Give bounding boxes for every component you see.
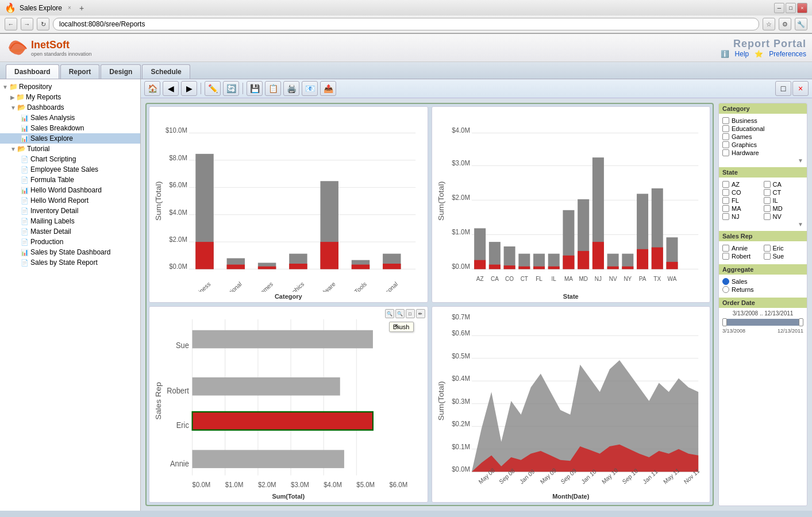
- title-close[interactable]: ×: [68, 5, 71, 11]
- cb-nv[interactable]: [764, 213, 771, 220]
- sidebar-item-tutorial[interactable]: ▼ 📂 Tutorial: [0, 144, 140, 154]
- cb-co[interactable]: [722, 189, 729, 196]
- zoom-out-icon[interactable]: 🔍: [395, 309, 405, 318]
- cb-md[interactable]: [764, 205, 771, 212]
- state-scroll-indicator[interactable]: ▼: [722, 221, 803, 227]
- copy-button[interactable]: 📋: [265, 81, 281, 96]
- tab-report[interactable]: Report: [60, 64, 100, 79]
- svg-text:PA: PA: [638, 275, 646, 283]
- preferences-link[interactable]: Preferences: [769, 50, 806, 58]
- cb-ct[interactable]: [764, 189, 771, 196]
- back-toolbar-button[interactable]: ◀: [163, 81, 179, 96]
- label-graphics: Graphics: [732, 141, 757, 148]
- date-range-handle-start[interactable]: [722, 318, 727, 326]
- sidebar-item-repository[interactable]: ▼ 📁 Repository: [0, 82, 140, 92]
- cb-hardware[interactable]: [722, 149, 729, 156]
- cb-az[interactable]: [722, 181, 729, 188]
- sidebar-item-hello-world-report[interactable]: 📄 Hello World Report: [0, 195, 140, 206]
- cb-educational[interactable]: [722, 125, 729, 132]
- sidebar-item-hello-world-dashboard[interactable]: 📊 Hello World Dashboard: [0, 185, 140, 195]
- filter-panel: Category Business Educational Games Grap…: [718, 103, 807, 506]
- svg-text:Hardware: Hardware: [313, 280, 337, 292]
- svg-text:FL: FL: [536, 275, 542, 283]
- tab-design[interactable]: Design: [101, 64, 141, 79]
- sidebar-label-sales-by-state-report: Sales by State Report: [30, 258, 98, 267]
- sidebar-item-my-reports[interactable]: ▶ 📁 My Reports: [0, 92, 140, 102]
- forward-toolbar-button[interactable]: ▶: [181, 81, 197, 96]
- home-button[interactable]: 🏠: [144, 81, 160, 96]
- svg-text:$2.0M: $2.0M: [169, 236, 187, 244]
- sidebar-item-inventory-detail[interactable]: 📄 Inventory Detail: [0, 206, 140, 216]
- sidebar-item-sales-analysis[interactable]: 📊 Sales Analysis: [0, 113, 140, 123]
- reload-button[interactable]: ↻: [37, 18, 49, 30]
- cb-ca[interactable]: [764, 181, 771, 188]
- cb-sue[interactable]: [764, 253, 771, 260]
- cb-annie[interactable]: [722, 245, 729, 252]
- salesrep-chart[interactable]: Sales Rep Sue Robert Eric Annie $0.0M $1…: [153, 310, 424, 492]
- maximize-button[interactable]: □: [786, 3, 796, 13]
- sidebar-item-employee-state-sales[interactable]: 📄 Employee State Sales: [0, 164, 140, 175]
- select-icon[interactable]: □: [406, 309, 415, 318]
- brush-icon[interactable]: ✏: [416, 309, 425, 318]
- address-bar[interactable]: [53, 18, 759, 30]
- rb-sales[interactable]: [722, 278, 729, 285]
- cb-business[interactable]: [722, 117, 729, 124]
- cb-nj[interactable]: [722, 213, 729, 220]
- email-button[interactable]: 📧: [302, 81, 318, 96]
- tutorial-folder-icon: 📂: [17, 145, 26, 153]
- date-range-handle-end[interactable]: [799, 318, 803, 326]
- minimize-button[interactable]: ─: [774, 3, 784, 13]
- svg-rect-48: [488, 265, 500, 269]
- cb-il[interactable]: [764, 197, 771, 204]
- export-button[interactable]: 📤: [320, 81, 336, 96]
- cb-fl[interactable]: [722, 197, 729, 204]
- save-button[interactable]: 💾: [247, 81, 263, 96]
- help-link[interactable]: Help: [735, 50, 749, 58]
- print-button[interactable]: 🖨️: [283, 81, 299, 96]
- date-range-bar[interactable]: [722, 319, 803, 326]
- maximize-panel-button[interactable]: □: [775, 81, 791, 96]
- state-chart[interactable]: Sum(Total) $0.0M $1.0M $2.0M $3.0M $4.0M: [436, 110, 707, 292]
- menu-button[interactable]: ⚙: [779, 18, 791, 30]
- month-chart[interactable]: Sum(Total) $0.0M $0.1M $0.2M $0.3M $0.4M…: [436, 310, 707, 492]
- cb-eric[interactable]: [764, 245, 771, 252]
- close-button[interactable]: ×: [797, 3, 807, 13]
- cb-ma[interactable]: [722, 205, 729, 212]
- sidebar-item-sales-breakdown[interactable]: 📊 Sales Breakdown: [0, 123, 140, 133]
- sidebar-item-mailing-labels[interactable]: 📄 Mailing Labels: [0, 216, 140, 226]
- new-tab-btn[interactable]: +: [79, 3, 84, 13]
- zoom-in-icon[interactable]: 🔍: [385, 309, 394, 318]
- bookmark-button[interactable]: ☆: [763, 18, 775, 30]
- sidebar-item-sales-by-state-dashboard[interactable]: 📊 Sales by State Dashboard: [0, 247, 140, 257]
- svg-rect-66: [622, 267, 633, 269]
- sidebar-item-dashboards[interactable]: ▼ 📂 Dashboards: [0, 102, 140, 113]
- tab-dashboard[interactable]: Dashboard: [6, 64, 59, 79]
- sidebar-item-chart-scripting[interactable]: 📄 Chart Scripting: [0, 154, 140, 164]
- cb-robert[interactable]: [722, 253, 729, 260]
- edit-button[interactable]: ✏️: [205, 81, 221, 96]
- sidebar-item-production[interactable]: 📄 Production: [0, 237, 140, 247]
- sidebar: ▼ 📁 Repository ▶ 📁 My Reports ▼ 📂 Dashbo…: [0, 79, 141, 511]
- forward-button[interactable]: →: [21, 18, 33, 30]
- sidebar-item-sales-explore[interactable]: 📊 Sales Explore: [0, 133, 140, 144]
- close-panel-button[interactable]: ×: [792, 81, 809, 96]
- svg-text:Business: Business: [190, 280, 211, 292]
- inventory-detail-icon: 📄: [21, 207, 29, 215]
- tab-schedule[interactable]: Schedule: [142, 64, 190, 79]
- sidebar-item-formula-table[interactable]: 📄 Formula Table: [0, 175, 140, 185]
- category-chart[interactable]: Sum(Total) $0.0M $2.0M $4.0M $6.0M $8.0M…: [153, 110, 424, 292]
- sidebar-label-inventory-detail: Inventory Detail: [30, 207, 78, 215]
- sidebar-item-sales-by-state-report[interactable]: 📄 Sales by State Report: [0, 257, 140, 268]
- sidebar-label-employee-state-sales: Employee State Sales: [30, 165, 98, 173]
- refresh-button[interactable]: 🔄: [223, 81, 239, 96]
- rb-returns[interactable]: [722, 286, 729, 293]
- sidebar-item-master-detail[interactable]: 📄 Master Detail: [0, 226, 140, 237]
- category-scroll-indicator[interactable]: ▼: [722, 157, 803, 164]
- cb-games[interactable]: [722, 133, 729, 140]
- svg-text:$0.4M: $0.4M: [452, 375, 470, 383]
- svg-rect-26: [383, 264, 401, 269]
- hello-world-report-icon: 📄: [21, 197, 29, 205]
- cb-graphics[interactable]: [722, 141, 729, 148]
- extensions-button[interactable]: 🔧: [795, 18, 807, 30]
- back-button[interactable]: ←: [5, 18, 17, 30]
